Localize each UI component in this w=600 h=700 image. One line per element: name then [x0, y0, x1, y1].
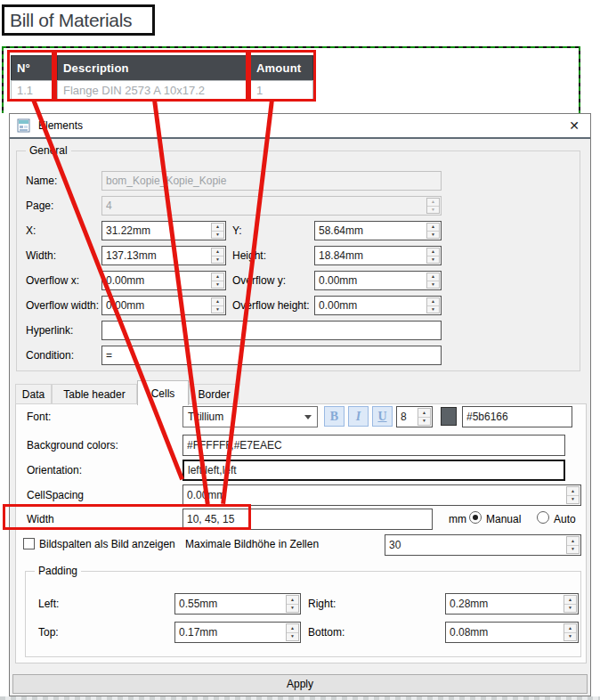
spinner-down-icon[interactable]: ▼ [212, 305, 223, 313]
padding-top-input[interactable] [175, 623, 300, 642]
auto-radio-label[interactable]: Auto [554, 513, 576, 525]
padding-left-spinner[interactable]: ▲▼ [286, 595, 299, 613]
padding-bottom-spinner[interactable]: ▲▼ [564, 623, 577, 641]
spinner-down-icon[interactable]: ▼ [427, 305, 439, 313]
tab-table-header[interactable]: Table header [52, 384, 137, 404]
font-color-swatch[interactable] [441, 407, 457, 426]
width-spinner[interactable]: ▲▼ [211, 248, 224, 264]
x-field[interactable]: ▲▼ [101, 221, 226, 240]
spinner-up-icon[interactable]: ▲ [212, 298, 223, 305]
bom-title-element[interactable]: Bill of Materials [2, 4, 155, 36]
spinner-up-icon[interactable]: ▲ [418, 409, 430, 417]
height-field[interactable]: ▲▼ [314, 246, 442, 265]
dialog-titlebar[interactable]: Elements ✕ [10, 114, 590, 137]
apply-button[interactable]: Apply [12, 674, 588, 694]
spinner-down-icon[interactable]: ▼ [427, 231, 439, 239]
padding-top-spinner[interactable]: ▲▼ [286, 623, 299, 641]
spinner-down-icon[interactable]: ▼ [287, 604, 298, 613]
font-color-field[interactable] [462, 406, 572, 427]
y-input[interactable] [315, 222, 441, 240]
bold-button[interactable]: B [324, 406, 345, 427]
spinner-up-icon[interactable]: ▲ [567, 537, 579, 545]
padding-top-field[interactable]: ▲▼ [174, 622, 301, 643]
spinner-up-icon[interactable]: ▲ [212, 273, 223, 281]
underline-button[interactable]: U [372, 406, 393, 427]
padding-right-spinner[interactable]: ▲▼ [564, 595, 577, 613]
overflow-y-input[interactable] [315, 272, 441, 289]
overflow-x-input[interactable] [102, 272, 225, 289]
overflow-width-spinner[interactable]: ▲▼ [211, 297, 224, 313]
tab-data[interactable]: Data [15, 384, 52, 404]
spinner-up-icon[interactable]: ▲ [427, 273, 439, 281]
max-image-height-input[interactable] [385, 535, 580, 555]
height-spinner[interactable]: ▲▼ [426, 248, 440, 264]
spinner-up-icon[interactable]: ▲ [287, 596, 298, 604]
spinner-down-icon[interactable]: ▼ [212, 256, 223, 264]
image-columns-checkbox-label[interactable]: Bildspalten als Bild anzeigen [39, 538, 175, 550]
spinner-down-icon[interactable]: ▼ [564, 632, 576, 641]
overflow-height-field[interactable]: ▲▼ [314, 296, 442, 315]
font-family-combo[interactable]: Titillium [182, 406, 318, 427]
width-field[interactable]: ▲▼ [101, 246, 226, 265]
spinner-up-icon[interactable]: ▲ [287, 624, 298, 632]
padding-bottom-field[interactable]: ▲▼ [445, 622, 579, 643]
padding-right-input[interactable] [446, 594, 578, 614]
font-color-input[interactable] [463, 407, 572, 427]
spinner-down-icon[interactable]: ▼ [287, 632, 298, 641]
cellspacing-field[interactable]: ▲▼ [182, 484, 581, 506]
spinner-down-icon[interactable]: ▼ [418, 417, 430, 426]
x-input[interactable] [102, 222, 225, 240]
x-spinner[interactable]: ▲▼ [211, 223, 224, 239]
overflow-x-spinner[interactable]: ▲▼ [211, 273, 224, 289]
overflow-width-field[interactable]: ▲▼ [101, 296, 226, 315]
padding-bottom-input[interactable] [446, 623, 578, 642]
y-spinner[interactable]: ▲▼ [426, 223, 440, 239]
spinner-up-icon[interactable]: ▲ [212, 248, 223, 256]
condition-field[interactable] [101, 346, 442, 365]
spinner-up-icon[interactable]: ▲ [212, 224, 223, 231]
spinner-down-icon[interactable]: ▼ [427, 281, 439, 289]
background-colors-field[interactable] [182, 435, 565, 456]
max-image-height-field[interactable]: ▲▼ [385, 534, 581, 556]
overflow-x-field[interactable]: ▲▼ [101, 271, 226, 290]
font-size-spinner[interactable]: ▲▼ [418, 408, 431, 426]
spinner-down-icon[interactable]: ▼ [567, 545, 579, 554]
italic-button[interactable]: I [348, 406, 369, 427]
background-colors-input[interactable] [183, 435, 564, 455]
hyperlink-input[interactable] [102, 322, 441, 339]
manual-radio[interactable] [469, 511, 482, 524]
orientation-input[interactable] [184, 461, 564, 479]
cellspacing-input[interactable] [183, 485, 580, 505]
overflow-y-spinner[interactable]: ▲▼ [426, 273, 440, 289]
overflow-width-input[interactable] [102, 297, 225, 314]
spinner-up-icon[interactable]: ▲ [564, 596, 576, 604]
overflow-height-spinner[interactable]: ▲▼ [426, 297, 440, 313]
height-input[interactable] [315, 247, 441, 265]
spinner-down-icon[interactable]: ▼ [567, 495, 579, 504]
spinner-down-icon[interactable]: ▼ [212, 281, 223, 289]
spinner-down-icon[interactable]: ▼ [427, 256, 439, 264]
padding-left-field[interactable]: ▲▼ [174, 593, 301, 615]
max-image-height-spinner[interactable]: ▲▼ [566, 536, 580, 554]
manual-radio-label[interactable]: Manual [486, 513, 521, 525]
overflow-height-input[interactable] [315, 297, 441, 314]
cellspacing-spinner[interactable]: ▲▼ [566, 486, 580, 504]
spinner-down-icon[interactable]: ▼ [564, 604, 576, 613]
orientation-field[interactable] [182, 460, 565, 481]
spinner-up-icon[interactable]: ▲ [427, 224, 439, 231]
condition-input[interactable] [102, 346, 441, 364]
spinner-down-icon[interactable]: ▼ [212, 231, 223, 239]
spinner-up-icon[interactable]: ▲ [427, 298, 439, 305]
width-input[interactable] [102, 247, 225, 265]
spinner-up-icon[interactable]: ▲ [567, 487, 579, 495]
spinner-up-icon[interactable]: ▲ [564, 624, 576, 632]
overflow-y-field[interactable]: ▲▼ [314, 271, 442, 290]
padding-left-input[interactable] [175, 594, 300, 614]
padding-right-field[interactable]: ▲▼ [445, 593, 579, 615]
font-size-field[interactable]: ▲▼ [396, 406, 433, 427]
spinner-up-icon[interactable]: ▲ [427, 248, 439, 256]
auto-radio[interactable] [537, 511, 549, 524]
y-field[interactable]: ▲▼ [314, 221, 442, 240]
hyperlink-field[interactable] [101, 321, 442, 340]
close-icon[interactable]: ✕ [564, 117, 585, 134]
